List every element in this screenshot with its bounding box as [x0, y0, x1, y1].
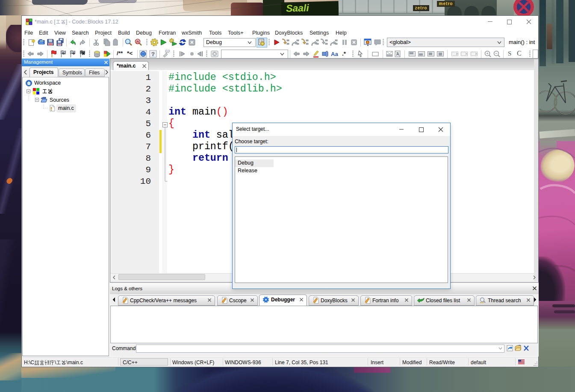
- svg-text:?: ?: [151, 51, 155, 57]
- svg-text:R: R: [136, 40, 139, 44]
- svg-text:Aa: Aa: [331, 51, 338, 57]
